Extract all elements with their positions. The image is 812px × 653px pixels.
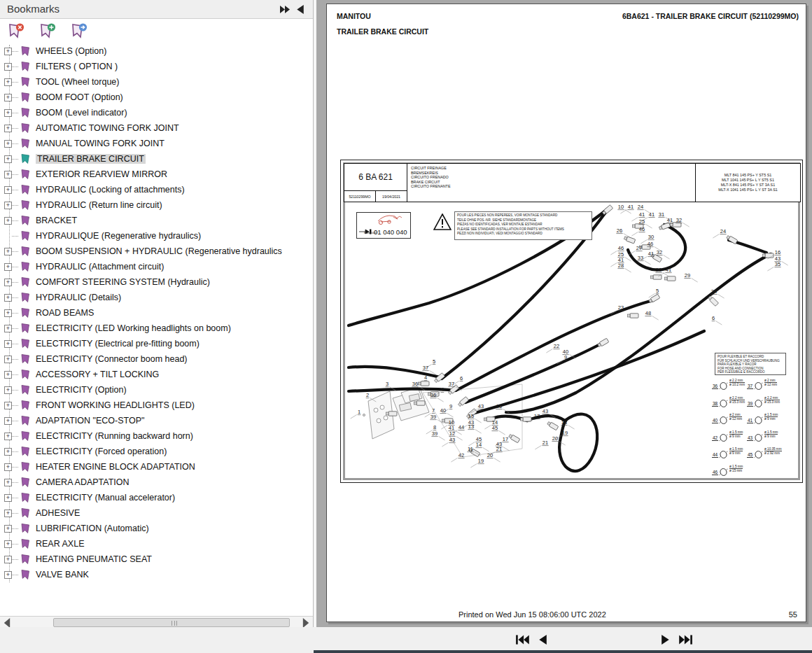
bookmark-item-boom-suspension-hydraulic-regenerative-hydraulics[interactable]: + BOOM SUSPENSION + HYDRAULIC (Regenerat… — [0, 244, 313, 259]
bookmark-label[interactable]: ROAD BEAMS — [36, 308, 94, 318]
bookmark-label[interactable]: AUTOMATIC TOWING FORK JOINT — [36, 123, 179, 133]
bookmark-label[interactable]: HEATER ENGINE BLOCK ADAPTATION — [36, 462, 195, 472]
expand-plus-box[interactable]: + — [4, 371, 12, 379]
bookmark-label[interactable]: ELECTRICITY (Option) — [36, 385, 127, 395]
bookmark-label[interactable]: BRACKET — [36, 216, 77, 225]
expand-plus-box[interactable]: + — [4, 94, 12, 101]
expand-plus-box[interactable]: + — [4, 540, 12, 548]
expand-plus-box[interactable]: + — [4, 109, 12, 117]
bookmark-label[interactable]: HYDRAULIQUE (Regenerative hydraulics) — [36, 231, 201, 241]
expand-panel-icon[interactable] — [279, 5, 290, 14]
expand-plus-box[interactable]: + — [4, 279, 12, 286]
bookmark-item-hydraulic-attachment-circuit[interactable]: + HYDRAULIC (Attachment circuit) — [0, 259, 313, 274]
bookmark-item-road-beams[interactable]: + ROAD BEAMS — [0, 305, 313, 321]
delete-bookmark-button[interactable] — [7, 22, 25, 41]
bookmark-item-comfort-steering-system-hydraulic[interactable]: + COMFORT STEERING SYSTEM (Hydraulic) — [0, 274, 313, 290]
new-bookmark-button[interactable] — [38, 22, 57, 41]
bookmark-item-electricity-electrical-pre-fitting-boom[interactable]: + ELECTRICITY (Electrical pre-fitting bo… — [0, 336, 313, 351]
bookmark-item-electricity-connector-boom-head[interactable]: + ELECTRICITY (Connector boom head) — [0, 351, 313, 367]
last-page-button[interactable] — [678, 633, 693, 647]
bookmark-label[interactable]: REAR AXLE — [36, 539, 84, 549]
bookmark-item-electricity-running-backward-horn[interactable]: + ELECTRICITY (Running backward horn) — [0, 428, 313, 444]
bookmark-label[interactable]: TOOL (Wheel torque) — [36, 77, 120, 87]
expand-plus-box[interactable]: + — [4, 140, 12, 148]
expand-plus-box[interactable]: + — [4, 155, 12, 163]
expand-plus-box[interactable]: + — [4, 202, 12, 209]
bookmark-item-camera-adaptation[interactable]: + CAMERA ADAPTATION — [0, 475, 313, 490]
bookmark-item-hydraulique-regenerative-hydraulics[interactable]: HYDRAULIQUE (Regenerative hydraulics) — [0, 228, 313, 244]
bookmark-item-manual-towing-fork-joint[interactable]: + MANUAL TOWING FORK JOINT — [0, 136, 313, 151]
expand-plus-box[interactable]: + — [4, 356, 12, 363]
expand-plus-box[interactable]: + — [4, 556, 12, 563]
bookmark-label[interactable]: CAMERA ADAPTATION — [36, 477, 130, 487]
bookmark-item-hydraulic-return-line-circuit[interactable]: + HYDRAULIC (Return line circuit) — [0, 197, 313, 213]
expand-plus-box[interactable]: + — [4, 340, 12, 348]
bookmark-item-heater-engine-block-adaptation[interactable]: + HEATER ENGINE BLOCK ADAPTATION — [0, 459, 313, 475]
bookmark-item-front-working-headlights-led[interactable]: + FRONT WORKING HEADLIGHTS (LED) — [0, 398, 313, 413]
bookmark-item-lubrification-automatic[interactable]: + LUBRIFICATION (Automatic) — [0, 521, 313, 536]
bookmark-item-adaptation-eco-stop[interactable]: + ADAPTATION "ECO-STOP" — [0, 413, 313, 428]
first-page-button[interactable] — [515, 633, 531, 647]
bookmark-item-boom-level-indicator[interactable]: + BOOM (Level indicator) — [0, 105, 313, 120]
scroll-right-icon[interactable] — [301, 618, 311, 628]
bookmark-label[interactable]: FRONT WORKING HEADLIGHTS (LED) — [36, 400, 195, 410]
bookmark-item-electricity-forced-operation[interactable]: + ELECTRICITY (Forced operation) — [0, 444, 313, 459]
bookmark-label[interactable]: ELECTRICITY (LED Working headlights on b… — [36, 323, 231, 333]
bookmark-item-boom-foot-option[interactable]: + BOOM FOOT (Option) — [0, 90, 313, 105]
bookmark-item-automatic-towing-fork-joint[interactable]: + AUTOMATIC TOWING FORK JOINT — [0, 120, 313, 136]
bookmark-label[interactable]: VALVE BANK — [36, 570, 89, 580]
expand-plus-box[interactable]: + — [4, 217, 12, 225]
bookmark-item-electricity-manual-accelerator[interactable]: + ELECTRICITY (Manual accelerator) — [0, 490, 313, 505]
expand-plus-box[interactable]: + — [4, 248, 12, 255]
expand-plus-box[interactable]: + — [4, 48, 12, 55]
bookmark-label[interactable]: ADAPTATION "ECO-STOP" — [36, 416, 144, 426]
bookmark-label[interactable]: ACCESSORY + TILT LOCKING — [36, 370, 159, 379]
bookmark-item-electricity-led-working-headlights-on-boom[interactable]: + ELECTRICITY (LED Working headlights on… — [0, 321, 313, 336]
bookmark-item-hydraulic-details[interactable]: + HYDRAULIC (Details) — [0, 290, 313, 305]
bookmark-label[interactable]: TRAILER BRAKE CIRCUIT — [36, 154, 146, 164]
bookmark-label[interactable]: HEATING PNEUMATIC SEAT — [36, 554, 152, 564]
bookmark-item-trailer-brake-circuit[interactable]: + TRAILER BRAKE CIRCUIT — [0, 151, 313, 167]
bookmark-item-accessory-tilt-locking[interactable]: + ACCESSORY + TILT LOCKING — [0, 367, 313, 382]
expand-plus-box[interactable]: + — [4, 525, 12, 533]
bookmark-label[interactable]: ELECTRICITY (Running backward horn) — [36, 431, 193, 441]
expand-plus-box[interactable]: + — [4, 479, 12, 486]
next-page-button[interactable] — [661, 633, 671, 647]
bookmark-label[interactable]: FILTERS ( OPTION ) — [36, 62, 118, 71]
bookmark-item-heating-pneumatic-seat[interactable]: + HEATING PNEUMATIC SEAT — [0, 552, 313, 567]
bookmark-item-wheels-option[interactable]: + WHEELS (Option) — [0, 43, 313, 59]
expand-plus-box[interactable]: + — [4, 494, 12, 502]
bookmark-label[interactable]: BOOM FOOT (Option) — [36, 92, 123, 102]
scroll-left-icon[interactable] — [2, 618, 12, 628]
expand-plus-box[interactable]: + — [4, 78, 12, 86]
scrollbar-thumb[interactable] — [53, 618, 290, 627]
bookmark-label[interactable]: BOOM (Level indicator) — [36, 108, 127, 118]
bookmark-label[interactable]: ELECTRICITY (Manual accelerator) — [36, 493, 175, 503]
bookmark-item-bracket[interactable]: + BRACKET — [0, 213, 313, 228]
expand-plus-box[interactable]: + — [4, 417, 12, 425]
expand-plus-box[interactable]: + — [4, 309, 12, 317]
bookmark-label[interactable]: ADHESIVE — [36, 508, 80, 518]
go-to-bookmark-button[interactable] — [70, 22, 88, 41]
expand-plus-box[interactable]: + — [4, 294, 12, 302]
bookmark-item-rear-axle[interactable]: + REAR AXLE — [0, 536, 313, 552]
expand-plus-box[interactable]: + — [4, 263, 12, 271]
expand-plus-box[interactable]: + — [4, 448, 12, 456]
bookmark-item-adhesive[interactable]: + ADHESIVE — [0, 505, 313, 521]
bookmark-item-electricity-option[interactable]: + ELECTRICITY (Option) — [0, 382, 313, 398]
bookmark-label[interactable]: ELECTRICITY (Electrical pre-fitting boom… — [36, 339, 200, 349]
expand-plus-box[interactable]: + — [4, 402, 12, 409]
expand-plus-box[interactable]: + — [4, 571, 12, 579]
bookmark-label[interactable]: HYDRAULIC (Return line circuit) — [36, 200, 162, 210]
bookmark-label[interactable]: HYDRAULIC (Locking of attachments) — [36, 185, 185, 195]
expand-plus-box[interactable]: + — [4, 386, 12, 394]
collapse-panel-icon[interactable] — [295, 5, 306, 14]
bookmark-label[interactable]: LUBRIFICATION (Automatic) — [36, 524, 149, 533]
bookmark-label[interactable]: MANUAL TOWING FORK JOINT — [36, 139, 164, 148]
bookmark-label[interactable]: HYDRAULIC (Details) — [36, 293, 121, 302]
expand-plus-box[interactable]: + — [4, 63, 12, 71]
bookmark-item-hydraulic-locking-of-attachments[interactable]: + HYDRAULIC (Locking of attachments) — [0, 182, 313, 197]
expand-plus-box[interactable]: + — [4, 125, 12, 132]
expand-plus-box[interactable]: + — [4, 171, 12, 178]
bookmark-item-valve-bank[interactable]: + VALVE BANK — [0, 567, 313, 582]
